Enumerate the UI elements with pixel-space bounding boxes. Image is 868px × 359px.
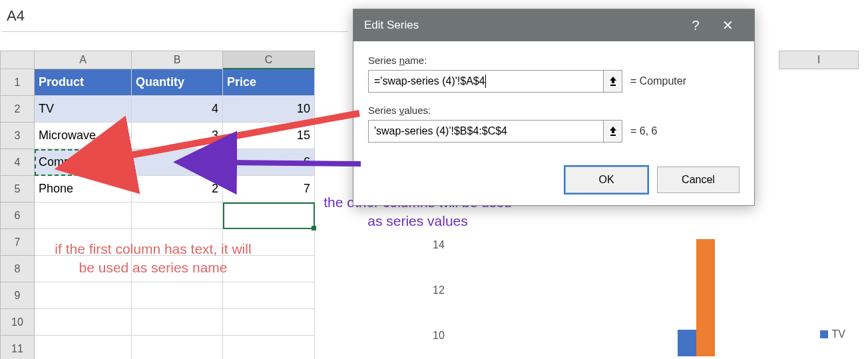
cell-C6-active[interactable] [223, 202, 315, 229]
cell-C1[interactable]: Price [223, 69, 315, 96]
edit-series-dialog: Edit Series ? ✕ Series name: ='swap-seri… [353, 9, 755, 206]
cell-B9[interactable] [132, 282, 223, 309]
row-header-11[interactable]: 11 [0, 336, 35, 359]
svg-rect-1 [610, 135, 616, 136]
cell-B2[interactable]: 4 [132, 96, 223, 123]
row-header-8[interactable]: 8 [0, 256, 35, 282]
row-header-10[interactable]: 10 [0, 309, 35, 336]
dialog-titlebar[interactable]: Edit Series ? ✕ [353, 9, 754, 41]
row-header-7[interactable]: 7 [0, 229, 35, 256]
series-values-result: = 6, 6 [630, 125, 657, 137]
ok-button[interactable]: OK [565, 167, 648, 193]
cell-A3[interactable]: Microwave [35, 123, 132, 149]
cell-A5[interactable]: Phone [35, 176, 132, 202]
row-header-6[interactable]: 6 [0, 202, 35, 229]
cell-B4[interactable]: 6 [132, 149, 223, 176]
cell-B1[interactable]: Quantity [132, 69, 223, 96]
chart-fragment: 14 12 10 TV [431, 236, 857, 356]
cell-A4[interactable]: Computer [35, 149, 132, 176]
cell-C5[interactable]: 7 [223, 176, 315, 202]
cell-B3[interactable]: 3 [132, 123, 223, 149]
cell-C11[interactable] [223, 336, 315, 359]
row-header-3[interactable]: 3 [0, 123, 35, 149]
series-name-result: = Computer [630, 75, 686, 87]
col-header-A[interactable]: A [35, 51, 132, 69]
series-name-input[interactable]: ='swap-series (4)'!$A$4 [368, 70, 604, 93]
chart-legend-item: TV [820, 328, 845, 340]
series-values-label: Series values: [368, 105, 740, 116]
cell-C4[interactable]: 6 [223, 149, 315, 176]
cell-A6[interactable] [35, 202, 132, 229]
cell-B11[interactable] [132, 336, 223, 359]
legend-label: TV [832, 328, 845, 340]
cell-C3[interactable]: 15 [223, 123, 315, 149]
name-box[interactable]: A4 [2, 0, 348, 32]
name-box-value: A4 [7, 7, 25, 25]
legend-swatch-icon [820, 330, 828, 338]
series-values-input[interactable]: 'swap-series (4)'!$B$4:$C$4 [368, 120, 604, 143]
ytick-10: 10 [433, 330, 445, 342]
select-all-corner[interactable] [0, 51, 35, 69]
row-header-1[interactable]: 1 [0, 69, 35, 96]
cell-B6[interactable] [132, 202, 223, 229]
cell-A9[interactable] [35, 282, 132, 309]
cell-C9[interactable] [223, 282, 315, 309]
cell-C10[interactable] [223, 309, 315, 336]
cell-A1[interactable]: Product [35, 69, 132, 96]
help-button[interactable]: ? [680, 9, 712, 41]
series-name-label: Series name: [368, 55, 740, 66]
row-header-4[interactable]: 4 [0, 149, 35, 176]
row-header-9[interactable]: 9 [0, 282, 35, 309]
cancel-button[interactable]: Cancel [657, 167, 740, 193]
ytick-12: 12 [433, 284, 445, 296]
svg-rect-0 [610, 85, 616, 86]
cell-B10[interactable] [132, 309, 223, 336]
col-header-B[interactable]: B [132, 51, 223, 69]
row-header-2[interactable]: 2 [0, 96, 35, 123]
cell-B5[interactable]: 2 [132, 176, 223, 202]
ytick-14: 14 [433, 239, 445, 251]
col-header-I[interactable]: I [779, 51, 859, 69]
row-header-5[interactable]: 5 [0, 176, 35, 202]
col-header-C[interactable]: C [223, 51, 315, 69]
cell-A10[interactable] [35, 309, 132, 336]
cell-A2[interactable]: TV [35, 96, 132, 123]
cell-A11[interactable] [35, 336, 132, 359]
chart-bar-orange [696, 239, 715, 356]
chart-bar-blue [678, 330, 696, 356]
cell-C2[interactable]: 10 [223, 96, 315, 123]
range-selector-icon[interactable] [604, 120, 622, 143]
range-selector-icon[interactable] [604, 70, 622, 93]
close-button[interactable]: ✕ [712, 9, 744, 41]
annotation-red: if the first column has text, it will be… [47, 240, 260, 278]
dialog-title-text: Edit Series [364, 19, 419, 32]
spreadsheet-grid: A B C 1 Product Quantity Price 2 TV 4 10… [0, 51, 315, 359]
